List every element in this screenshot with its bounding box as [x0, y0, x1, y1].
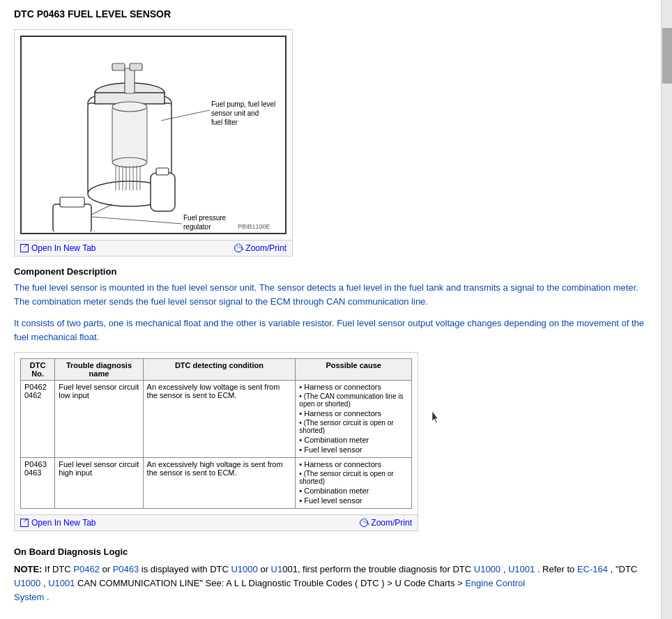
dtc-cause-2: Harness or connectors (The sensor circui… [296, 458, 412, 509]
component-description-heading: Component Description [14, 266, 647, 277]
dtc-code-2: P0463 0463 [21, 458, 55, 509]
engine-control-link[interactable]: Engine Control [465, 578, 525, 588]
note-label: NOTE: [14, 564, 42, 574]
zoom-icon: 🔍 [234, 244, 243, 252]
diagram1-zoom-link[interactable]: 🔍 Zoom/Print [234, 243, 287, 253]
diagram1-open-tab-link[interactable]: ↗ Open In New Tab [20, 243, 96, 253]
note-comma: , [503, 564, 508, 574]
cursor [432, 411, 441, 424]
scrollbar[interactable] [661, 0, 672, 619]
table-zoom-link[interactable]: 🔍 Zoom/Print [360, 518, 412, 528]
scrollbar-thumb[interactable] [662, 28, 672, 84]
svg-line-20 [91, 204, 112, 215]
svg-rect-17 [156, 168, 169, 175]
svg-point-7 [112, 158, 147, 167]
note-dtc-u1000-link1[interactable]: U1000 [231, 564, 257, 574]
table-zoom-icon: 🔍 [360, 519, 368, 527]
note-text-part3: is displayed with DTC [142, 564, 231, 574]
note-period: . [47, 592, 49, 602]
note-can-text: CAN COMMUNICATION LINE" See: A L L Diagn… [77, 578, 465, 588]
dtc-name-2: Fuel level sensor circuit high input [55, 458, 143, 509]
note-section: NOTE: If DTC P0462 or P0463 is displayed… [14, 563, 647, 604]
svg-rect-21 [125, 68, 135, 93]
table-open-tab-link[interactable]: ↗ Open In New Tab [20, 518, 96, 528]
svg-text:Fuel pump, fuel level: Fuel pump, fuel level [211, 100, 275, 108]
svg-text:sensor unit and: sensor unit and [211, 109, 259, 117]
page-title: DTC P0463 FUEL LEVEL SENSOR [14, 8, 647, 20]
note-quote-text: , "DTC [611, 564, 638, 574]
col-condition: DTC detecting condition [143, 359, 296, 381]
note-dtc-p0462-link[interactable]: P0462 [73, 564, 100, 574]
col-dtc: DTC No. [21, 359, 55, 381]
note-ec164-link[interactable]: EC-164 [577, 564, 608, 574]
note-dtc-u1000-link2[interactable]: U1000 [474, 564, 501, 574]
table-open-icon: ↗ [20, 519, 29, 527]
note-text-u1001-cont: 001, first perform the trouble diagnosis… [282, 564, 474, 574]
svg-rect-5 [112, 107, 147, 162]
col-name: Trouble diagnosis name [55, 359, 143, 381]
note-u1001-link3[interactable]: U1001 [48, 578, 75, 588]
note-refer-text: . Refer to [537, 564, 577, 574]
diagram1-footer: ↗ Open In New Tab 🔍 Zoom/Print [15, 240, 292, 256]
note-dtc-p0463-link[interactable]: P0463 [113, 564, 139, 574]
note-dtc-u1001-link1[interactable]: U1 [271, 564, 283, 574]
open-in-tab-icon: ↗ [20, 244, 29, 252]
component-description-para1: The fuel level sensor is mounted in the … [14, 281, 647, 308]
svg-rect-16 [151, 173, 175, 211]
svg-text:Fuel pressure: Fuel pressure [183, 214, 227, 222]
note-text-part4: or [260, 564, 270, 574]
col-cause: Possible cause [296, 359, 412, 381]
diagram1-container: Fuel pump, fuel level sensor unit and fu… [14, 29, 293, 257]
dtc-code-1: P0462 0462 [21, 381, 55, 458]
system-link[interactable]: System [14, 592, 44, 602]
dtc-cause-1: Harness or connectors (The CAN communica… [296, 381, 412, 458]
dtc-condition-2: An excessively high voltage is sent from… [143, 458, 296, 509]
dtc-name-1: Fuel level sensor circuit low input [55, 381, 143, 458]
svg-text:PBIB1100E: PBIB1100E [238, 223, 270, 230]
diagram1-image: Fuel pump, fuel level sensor unit and fu… [20, 36, 287, 234]
table-footer: ↗ Open In New Tab 🔍 Zoom/Print [15, 514, 418, 530]
svg-line-28 [91, 217, 182, 224]
dtc-condition-1: An excessively low voltage is sent from … [143, 381, 296, 458]
note-u1000-link3[interactable]: U1000 [14, 578, 40, 588]
svg-rect-18 [53, 204, 91, 231]
svg-point-6 [112, 102, 147, 112]
svg-rect-23 [130, 63, 142, 70]
svg-text:regulator: regulator [183, 223, 211, 231]
table-row: P0463 0463 Fuel level sensor circuit hig… [21, 458, 412, 509]
note-dtc-u1001-link2[interactable]: U1001 [508, 564, 535, 574]
note-text-part2: or [102, 564, 112, 574]
dtc-table: DTC No. Trouble diagnosis name DTC detec… [20, 358, 412, 509]
dtc-table-container: DTC No. Trouble diagnosis name DTC detec… [14, 352, 418, 531]
svg-text:fuel filter: fuel filter [211, 119, 238, 126]
svg-rect-19 [60, 197, 84, 207]
component-description-para2: It consists of two parts, one is mechani… [14, 316, 647, 344]
note-text-part1: If DTC [45, 564, 73, 574]
svg-rect-22 [112, 63, 125, 70]
onboard-section: On Board Diagnosis Logic NOTE: If DTC P0… [14, 547, 647, 604]
table-row: P0462 0462 Fuel level sensor circuit low… [21, 381, 412, 458]
onboard-heading: On Board Diagnosis Logic [14, 547, 647, 557]
